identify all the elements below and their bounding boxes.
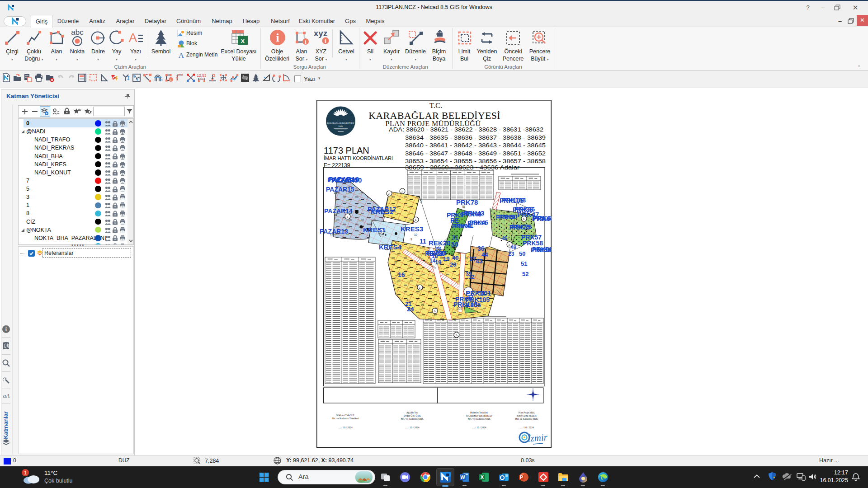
svg-text:4: 4 [407,298,409,301]
svg-text:PRK78: PRK78 [456,198,478,206]
svg-text:Hrt. ve Kadastro Teknikeri: Hrt. ve Kadastro Teknikeri [332,417,359,420]
svg-text:KRES3: KRES3 [401,225,423,233]
svg-text:PAZAR15: PAZAR15 [326,186,354,193]
svg-text:K105: K105 [466,301,481,309]
svg-text:14: 14 [334,213,337,216]
svg-text:33: 33 [506,210,510,213]
svg-text:2-: 2- [415,219,417,221]
svg-text:PAZAR13: PAZAR13 [320,228,348,235]
svg-text:24: 24 [407,305,414,313]
svg-text:m²: m² [160,78,163,82]
svg-text:52: 52 [522,271,528,277]
svg-text:İzmir: İzmir [527,432,548,444]
svg-text:2-: 2- [428,248,431,251]
svg-text:Seher Arzu SEZER: Seher Arzu SEZER [517,414,537,417]
svg-text:KARABAĞLAR BELEDİYESİ: KARABAĞLAR BELEDİYESİ [368,110,500,121]
svg-text:KRES4: KRES4 [379,243,402,251]
svg-text:10: 10 [414,233,418,236]
svg-text:17: 17 [467,294,474,300]
svg-text:19: 19 [435,259,441,266]
svg-text:Gökhan OVAGÜL: Gökhan OVAGÜL [336,414,355,417]
svg-text:31: 31 [454,235,458,238]
svg-text:15: 15 [334,191,337,194]
svg-text:12,53: 12,53 [197,73,206,78]
svg-text:1: 1 [24,470,27,475]
svg-text:x: x [241,37,245,44]
svg-text:44: 44 [481,251,488,258]
svg-text:.... / 10 / 2024: .... / 10 / 2024 [519,426,533,429]
svg-text:5: 5 [420,200,422,203]
svg-text:Birimler Yetkilisi.: Birimler Yetkilisi. [470,411,489,414]
svg-text:.... / 10 / 2024: .... / 10 / 2024 [338,426,352,429]
svg-text:i: i [276,31,279,44]
svg-text:abc: abc [71,29,84,37]
svg-text:Plan Proje Müd.: Plan Proje Müd. [519,411,535,414]
svg-text:29: 29 [438,251,444,258]
svg-text:KRES2: KRES2 [371,208,393,216]
svg-text:PRK43: PRK43 [464,210,484,217]
svg-text:2-: 2- [509,244,511,246]
svg-text:İMAR HATTI KOORDİNATLARI: İMAR HATTI KOORDİNATLARI [324,155,393,161]
svg-text:46: 46 [502,235,507,241]
svg-text:23: 23 [508,251,514,257]
svg-text:78: 78 [462,205,465,208]
svg-text:Hrt. ve Kadastro Müh.: Hrt. ve Kadastro Müh. [468,418,491,420]
svg-text:38646 - 38647 - 38648 - 38649: 38646 - 38647 - 38648 - 38649 - 38651 - … [405,150,546,157]
svg-text:50: 50 [519,250,525,257]
svg-text:X: X [481,474,484,480]
svg-text:16: 16 [398,271,405,278]
svg-text:.... / 10 / 2024: .... / 10 / 2024 [472,426,486,429]
svg-text:KRES1: KRES1 [363,226,386,234]
svg-text:PRK76: PRK76 [511,223,532,230]
svg-text:6: 6 [412,221,414,224]
svg-text:43: 43 [476,258,483,265]
svg-text:9: 9 [410,238,412,241]
svg-text:38640 - 38641 - 38642 - 38643: 38640 - 38641 - 38642 - 38643 - 38644 - … [405,142,546,149]
svg-text:32: 32 [468,274,475,280]
svg-text:11: 11 [420,238,426,245]
svg-text:KARABAĞLAR BELEDİYESİ: KARABAĞLAR BELEDİYESİ [327,122,354,124]
svg-text:1173 PLAN: 1173 PLAN [324,145,369,155]
svg-text:W: W [460,474,465,480]
svg-text:38634 - 38635 - 38636 - 38637: 38634 - 38635 - 38636 - 38637 - 38638 - … [405,134,546,141]
svg-text:Hrt. ve Kadastro Müh.: Hrt. ve Kadastro Müh. [401,418,424,420]
svg-text:PRK50: PRK50 [498,213,517,220]
svg-text:49: 49 [511,244,516,250]
svg-text:30: 30 [451,253,454,256]
svg-text:51: 51 [521,260,527,267]
svg-text:105: 105 [457,307,462,310]
svg-text:PAZAR30: PAZAR30 [331,176,362,184]
svg-text:PRK41: PRK41 [454,222,473,229]
svg-text:xyz: xyz [314,29,328,38]
svg-text:2-: 2- [388,192,391,195]
svg-text:P: P [520,474,523,480]
svg-text:2-: 2- [419,286,421,289]
svg-text:2-: 2- [434,310,436,313]
svg-text:13: 13 [330,234,334,237]
svg-text:ADA: 38620 - 38621 - 38622 - 3: ADA: 38620 - 38621 - 38622 - 38628 - 386… [389,126,543,133]
svg-text:36: 36 [522,224,526,227]
svg-text:R.Gülümser DEMİRKAP: R.Gülümser DEMİRKAP [466,414,492,417]
svg-text:A: A [179,51,184,59]
svg-text:98: 98 [421,303,425,306]
svg-text:Hrt. ve Kadastro Müh.: Hrt. ve Kadastro Müh. [515,418,538,420]
svg-text:2-: 2- [401,190,404,193]
svg-text:20: 20 [450,261,456,268]
svg-text:53: 53 [502,284,506,287]
svg-text:- 30: - 30 [447,240,458,248]
svg-text:PAZAR14: PAZAR14 [324,207,353,215]
svg-text:19: 19 [443,255,449,262]
svg-text:.... / 10 / 2024: .... / 10 / 2024 [405,426,419,429]
svg-text:2-: 2- [456,334,458,337]
svg-text:PRK108: PRK108 [502,197,526,204]
svg-text:2-: 2- [347,216,349,218]
svg-text:17: 17 [394,261,398,264]
svg-text:A: A [129,31,137,45]
svg-text:T.C.: T.C. [429,101,442,110]
svg-text:Uygar ÖZTÜRK: Uygar ÖZTÜRK [404,414,421,417]
svg-text:PRK56: PRK56 [532,246,552,253]
svg-text:İZMİR: İZMİR [339,125,344,127]
svg-text:Agâ.Br.Yet.: Agâ.Br.Yet. [406,411,419,414]
svg-text:PRK69: PRK69 [533,214,552,222]
